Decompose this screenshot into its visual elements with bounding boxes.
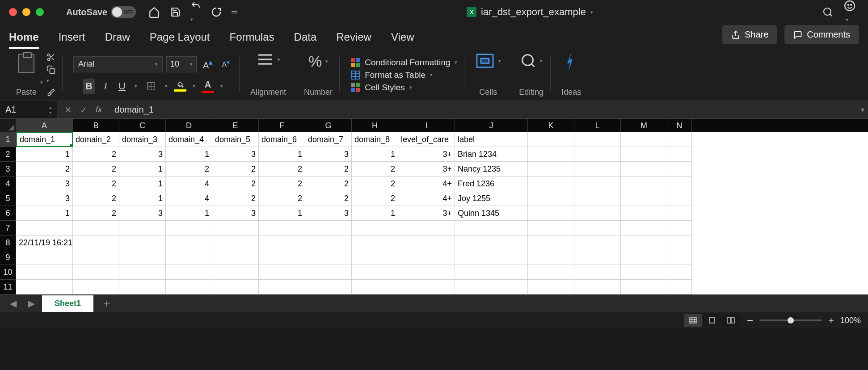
column-header-C[interactable]: C [119, 119, 166, 132]
cell-L8[interactable] [574, 235, 621, 250]
cell-D1[interactable]: domain_4 [166, 132, 212, 147]
cell-H7[interactable] [352, 221, 398, 235]
cell-M4[interactable] [621, 177, 667, 191]
number-format-icon[interactable]: % [308, 53, 322, 70]
paste-label[interactable]: Paste [16, 88, 37, 97]
cell-G5[interactable]: 2 [305, 191, 352, 206]
cell-J8[interactable] [455, 235, 528, 250]
cell-K3[interactable] [528, 162, 574, 177]
font-color-dropdown[interactable]: ▾ [220, 83, 223, 89]
tab-review[interactable]: Review [336, 31, 371, 49]
sheet-nav-prev-icon[interactable]: ◀ [5, 298, 21, 309]
cell-B8[interactable] [73, 235, 119, 250]
search-icon[interactable] [822, 7, 833, 17]
cell-A8[interactable]: 22/11/19 16:21 [16, 235, 73, 250]
cell-N11[interactable] [667, 280, 692, 294]
cell-H1[interactable]: domain_8 [352, 132, 398, 147]
column-header-G[interactable]: G [305, 119, 352, 132]
column-header-I[interactable]: I [398, 119, 455, 132]
cell-C2[interactable]: 3 [119, 147, 166, 162]
row-header-4[interactable]: 4 [0, 177, 16, 191]
zoom-out-button[interactable]: − [747, 314, 753, 327]
column-header-D[interactable]: D [166, 119, 212, 132]
column-header-L[interactable]: L [574, 119, 621, 132]
row-header-3[interactable]: 3 [0, 162, 16, 177]
cell-D2[interactable]: 1 [166, 147, 212, 162]
cell-L5[interactable] [574, 191, 621, 206]
tab-home[interactable]: Home [9, 31, 39, 49]
cell-G1[interactable]: domain_7 [305, 132, 352, 147]
cell-L10[interactable] [574, 265, 621, 280]
cell-C9[interactable] [119, 250, 166, 265]
column-header-H[interactable]: H [352, 119, 398, 132]
cell-F10[interactable] [259, 265, 305, 280]
cells-dropdown[interactable]: ▾ [498, 58, 501, 64]
cell-D4[interactable]: 4 [166, 177, 212, 191]
normal-view-button[interactable] [684, 314, 702, 327]
close-window-button[interactable] [9, 8, 17, 16]
cells-icon[interactable] [475, 53, 495, 69]
cell-E8[interactable] [212, 235, 259, 250]
cell-H8[interactable] [352, 235, 398, 250]
cell-E4[interactable]: 2 [212, 177, 259, 191]
cell-H6[interactable]: 1 [352, 206, 398, 221]
cell-G4[interactable]: 2 [305, 177, 352, 191]
column-header-E[interactable]: E [212, 119, 259, 132]
cell-C7[interactable] [119, 221, 166, 235]
zoom-slider[interactable] [759, 320, 822, 321]
cell-I4[interactable]: 4+ [398, 177, 455, 191]
cell-F5[interactable]: 2 [259, 191, 305, 206]
cell-B9[interactable] [73, 250, 119, 265]
cell-J11[interactable] [455, 280, 528, 294]
home-icon[interactable] [148, 6, 160, 18]
cell-F3[interactable]: 2 [259, 162, 305, 177]
zoom-in-button[interactable]: + [828, 315, 834, 326]
row-header-5[interactable]: 5 [0, 191, 16, 206]
cell-D3[interactable]: 2 [166, 162, 212, 177]
redo-icon[interactable] [211, 7, 222, 17]
cell-E1[interactable]: domain_5 [212, 132, 259, 147]
cell-J4[interactable]: Fred 1236 [455, 177, 528, 191]
cell-K8[interactable] [528, 235, 574, 250]
cell-D5[interactable]: 4 [166, 191, 212, 206]
cell-K6[interactable] [528, 206, 574, 221]
cell-B7[interactable] [73, 221, 119, 235]
cell-K4[interactable] [528, 177, 574, 191]
cell-M1[interactable] [621, 132, 667, 147]
cell-F6[interactable]: 1 [259, 206, 305, 221]
cell-K2[interactable] [528, 147, 574, 162]
cell-A4[interactable]: 3 [16, 177, 73, 191]
cell-N6[interactable] [667, 206, 692, 221]
cell-N3[interactable] [667, 162, 692, 177]
cell-C10[interactable] [119, 265, 166, 280]
tab-data[interactable]: Data [294, 31, 317, 49]
cell-C8[interactable] [119, 235, 166, 250]
comments-button[interactable]: Comments [784, 25, 859, 44]
page-break-view-button[interactable] [722, 314, 740, 327]
cell-A10[interactable] [16, 265, 73, 280]
row-header-7[interactable]: 7 [0, 221, 16, 235]
cell-G11[interactable] [305, 280, 352, 294]
cell-A11[interactable] [16, 280, 73, 294]
accept-formula-icon[interactable]: ✓ [80, 105, 88, 115]
cell-I11[interactable] [398, 280, 455, 294]
number-dropdown[interactable]: ▾ [325, 59, 328, 64]
cell-J10[interactable] [455, 265, 528, 280]
bold-button[interactable]: B [83, 79, 95, 94]
autosave-toggle[interactable]: OFF [111, 6, 136, 18]
cell-J6[interactable]: Quinn 1345 [455, 206, 528, 221]
copy-icon[interactable]: ▾ [46, 65, 55, 84]
column-header-N[interactable]: N [667, 119, 692, 132]
cell-D11[interactable] [166, 280, 212, 294]
cell-D6[interactable]: 1 [166, 206, 212, 221]
cell-H11[interactable] [352, 280, 398, 294]
cell-E6[interactable]: 3 [212, 206, 259, 221]
editing-icon[interactable] [520, 53, 536, 69]
cut-icon[interactable] [46, 53, 55, 62]
share-button[interactable]: Share [722, 25, 777, 44]
cell-J1[interactable]: label [455, 132, 528, 147]
cell-A7[interactable] [16, 221, 73, 235]
cell-B1[interactable]: domain_2 [73, 132, 119, 147]
conditional-formatting-button[interactable]: Conditional Formatting ▾ [350, 58, 457, 67]
formula-input[interactable]: domain_1 [109, 105, 857, 115]
